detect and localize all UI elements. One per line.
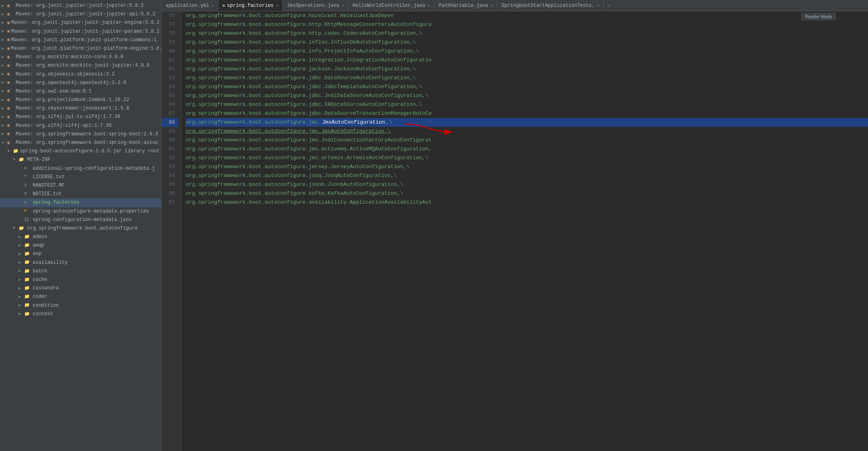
tree-item-context[interactable]: ▶📁context (0, 310, 161, 318)
tab-application-yml[interactable]: application.yml✕ (162, 0, 219, 11)
tree-item-cassandra[interactable]: ▶📁cassandra (0, 284, 161, 293)
tree-item-amqp[interactable]: ▶📁amqp (0, 241, 161, 250)
tree-arrow: ▶ (19, 268, 24, 274)
tree-item-maven--org-mockito-mockito-cor[interactable]: ▶▣Maven: org.mockito:mockito-core:4.0.0 (0, 53, 161, 61)
tree-item-maven--org-mockito-mockito-jun[interactable]: ▶▣Maven: org.mockito:mockito-junit-jupit… (0, 61, 161, 70)
tree-item-label: NOTICE.txt (33, 190, 62, 198)
reader-mode-button[interactable]: Reader Mode (801, 13, 836, 20)
tree-item-spring-boot-autoconfigure-2-6-[interactable]: ▼📁spring-boot-autoconfigure-2.6.5.jar li… (0, 147, 161, 156)
code-line-94: org.springframework.boot.autoconfigure.j… (186, 171, 868, 180)
code-line-95: org.springframework.boot.autoconfigure.j… (186, 180, 868, 189)
tree-item-maven--org-opentest4j-opentest[interactable]: ▶▣Maven: org.opentest4j:opentest4j:1.2.0 (0, 79, 161, 87)
close-icon[interactable]: ✕ (212, 3, 214, 8)
tree-arrow: ▶ (2, 3, 7, 9)
code-line-84: org.springframework.boot.autoconfigure.j… (186, 82, 868, 91)
tree-item-label: admin (33, 233, 47, 241)
tree-item-label: Maven: org.ow2.asm:asm:9.1 (16, 88, 91, 95)
tree-item-availability[interactable]: ▶📁availability (0, 259, 161, 267)
tree-item-maven--org-slf4j-jul-to-slf4j-[interactable]: ▶▣Maven: org.slf4j:jul-to-slf4j:1.7.36 (0, 113, 161, 121)
close-icon[interactable]: ✕ (342, 3, 344, 8)
line-number-92: 92 (162, 154, 178, 162)
tree-item-label: spring.factories (33, 199, 79, 207)
tree-item-maven--org-junit-platform-juni[interactable]: ▶▣Maven: org.junit.platform:junit-platfo… (0, 36, 161, 44)
tree-item-condition[interactable]: ▶📁condition (0, 301, 161, 310)
tab-label: HelloWorldController.java (353, 3, 425, 8)
close-icon[interactable]: ✕ (490, 3, 493, 8)
tab-springboot-test[interactable]: SpringbootStartApplicationTests.✕ (497, 0, 603, 11)
tree-arrow: ▼ (13, 157, 19, 163)
tree-item-label: Maven: org.projectlombok:lombok:1.18.22 (16, 96, 129, 104)
tree-item-spring-configuration-metadata-[interactable]: {}spring-configuration-metadata.json (0, 216, 161, 224)
tree-item-label: Maven: org.opentest4j:opentest4j:1.2.0 (16, 79, 126, 87)
tree-item-maven--org-skyscreamer-jsonass[interactable]: ▶▣Maven: org.skyscreamer:jsonassert:1.5.… (0, 104, 161, 113)
maven-icon: ▣ (7, 97, 15, 103)
tree-item-label: amqp (33, 242, 44, 249)
tree-item-cache[interactable]: ▶📁cache (0, 276, 161, 284)
tree-item-maven--org-objenesis-objenesis[interactable]: ▶▣Maven: org.objenesis:objenesis:3.2 (0, 70, 161, 79)
tree-item-label: Maven: org.mockito:mockito-junit-jupiter… (16, 62, 149, 70)
tree-item-label: Maven: org.mockito:mockito-core:4.0.0 (16, 53, 123, 61)
close-icon[interactable]: ✕ (597, 3, 599, 8)
tree-item-label: Maven: org.springframework.boot:spring-b… (16, 131, 158, 138)
close-icon[interactable]: ✕ (428, 3, 430, 8)
tree-item-label: codec (33, 293, 47, 301)
tree-item-maven--org-slf4j-slf4j-api-1-7[interactable]: ▶▣Maven: org.slf4j:slf4j-api:1.7.36 (0, 122, 161, 130)
tree-item-maven--org-junit-jupiter-junit[interactable]: ▶▣Maven: org.junit.jupiter:junit-jupiter… (0, 27, 161, 36)
code-line-79: org.springframework.boot.autoconfigure.i… (186, 38, 868, 47)
tree-item-label: Maven: org.slf4j:slf4j-api:1.7.36 (16, 122, 112, 130)
tree-item-maven--org-junit-jupiter-junit[interactable]: ▶▣Maven: org.junit.jupiter:junit-jupiter… (0, 10, 161, 19)
line-number-81: 81 (162, 56, 178, 65)
tree-item-maven--org-junit-jupiter-junit[interactable]: ▶▣Maven: org.junit.jupiter:junit-jupiter… (0, 19, 161, 27)
tree-item-org-springframework-boot-autoc[interactable]: ▼📁org.springframework.boot.autoconfigure (0, 224, 161, 233)
maven-icon: ▣ (7, 11, 15, 18)
code-line-76: org.springframework.boot.autoconfigure.h… (186, 11, 868, 20)
tree-item-label: LICENSE.txt (33, 173, 65, 181)
tree-item-maven--org-junit-jupiter-junit[interactable]: ▶▣Maven: org.junit.jupiter:junit-jupiter… (0, 2, 161, 10)
tree-item-batch[interactable]: ▶📁batch (0, 267, 161, 276)
code-line-77: org.springframework.boot.autoconfigure.h… (186, 20, 868, 29)
tab-path-variable[interactable]: PathVariable.java✕ (435, 0, 497, 11)
tree-item-notice-txt[interactable]: TNOTICE.txt (0, 190, 161, 198)
code-text: org.springframework.boot.autoconfigure.j… (186, 171, 397, 180)
tree-item-label: additional-spring-configuration-metadata… (33, 165, 155, 173)
line-number-93: 93 (162, 162, 178, 171)
code-line-89: org.springframework.boot.autoconfigure.j… (186, 127, 868, 136)
tree-item-additional-spring-configuratio[interactable]: ⚙additional-spring-configuration-metadat… (0, 164, 161, 173)
line-number-86: 86 (162, 100, 178, 109)
tree-item-manifest-mf[interactable]: TMANIFEST.MF (0, 181, 161, 190)
folder-icon: 📁 (13, 148, 19, 155)
tree-arrow: ▶ (2, 80, 7, 86)
tree-arrow: ▼ (7, 148, 13, 155)
line-number-85: 85 (162, 91, 178, 100)
tree-item-maven--org-projectlombok-lombo[interactable]: ▶▣Maven: org.projectlombok:lombok:1.18.2… (0, 96, 161, 104)
folder-icon: 📁 (24, 242, 32, 249)
code-text: org.springframework.boot.autoconfigure.i… (186, 47, 419, 56)
tree-item-label: Maven: org.objenesis:objenesis:3.2 (16, 71, 115, 78)
tree-item-aop[interactable]: ▶📁aop (0, 250, 161, 258)
editor-content: 7677787980818283848586878889909192939495… (162, 11, 868, 451)
tab-hello-controller[interactable]: HelloWorldController.java✕ (349, 0, 435, 11)
tab-label: JmsOperations.java (287, 3, 339, 8)
code-area[interactable]: org.springframework.boot.autoconfigure.h… (182, 11, 868, 451)
tab-spring-factories[interactable]: spring.factories✕ (219, 0, 283, 11)
tree-item-admin[interactable]: ▶📁admin (0, 233, 161, 241)
maven-icon: ▣ (7, 3, 15, 9)
maven-icon: ▣ (7, 88, 15, 95)
tree-arrow: ▶ (2, 11, 7, 18)
tree-item-meta-inf[interactable]: ▼📁META-INF (0, 156, 161, 164)
close-icon[interactable]: ✕ (276, 3, 278, 8)
tree-item-codec[interactable]: ▶📁codec (0, 293, 161, 301)
tree-item-label: Maven: org.springframework.boot:spring-b… (16, 139, 158, 147)
tree-item-maven--org-springframework-boo[interactable]: ▼▣Maven: org.springframework.boot:spring… (0, 139, 161, 147)
project-tree[interactable]: ▶▣Maven: org.junit.jupiter:junit-jupiter… (0, 0, 161, 451)
tree-item-spring-autoconfigure-metadata-[interactable]: Pspring-autoconfigure-metadata.propertie… (0, 207, 161, 216)
tree-item-maven--org-springframework-boo[interactable]: ▶▣Maven: org.springframework.boot:spring… (0, 130, 161, 139)
maven-icon: ▣ (7, 46, 10, 52)
tree-item-spring-factories[interactable]: ⚙spring.factories (0, 198, 161, 207)
tree-item-license-txt[interactable]: TLICENSE.txt (0, 173, 161, 181)
tree-item-maven--org-junit-platform-juni[interactable]: ▶▣Maven: org.junit.platform:junit-platfo… (0, 44, 161, 53)
line-number-89: 89 (162, 127, 178, 136)
tab-jms-operations[interactable]: JmsOperations.java✕ (283, 0, 349, 11)
tree-item-maven--org-ow2-asm-asm-9-1[interactable]: ▶▣Maven: org.ow2.asm:asm:9.1 (0, 87, 161, 96)
tree-arrow: ▶ (19, 294, 24, 300)
